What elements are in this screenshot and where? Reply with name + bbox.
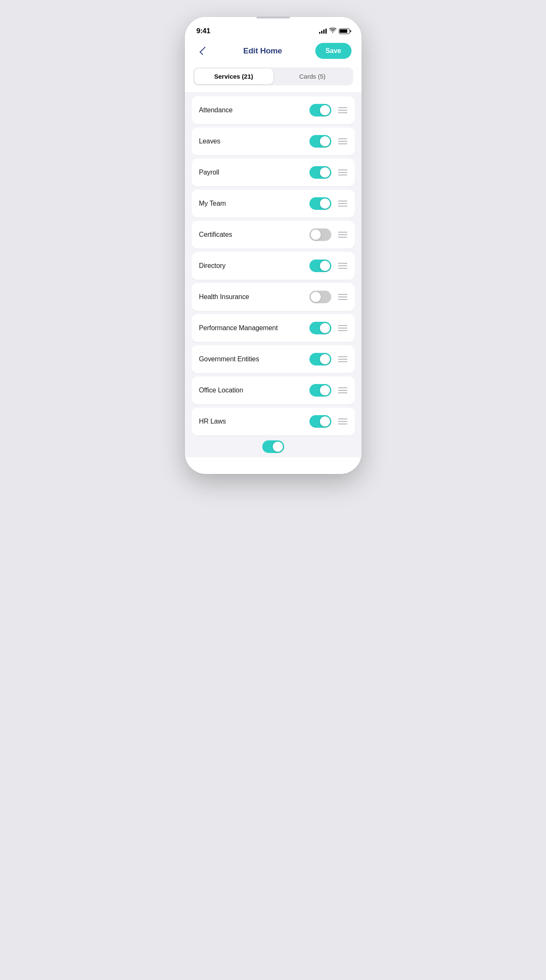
item-label-attendance: Attendance [199,106,309,114]
item-label-leaves: Leaves [199,138,309,145]
drag-handle-payroll[interactable] [338,170,347,175]
list-item-performancemanagement: Performance Management [192,314,355,342]
toggle-knob-directory [320,261,330,271]
item-controls-governmententities [309,353,347,366]
nav-header: Edit Home Save [185,39,362,66]
item-label-payroll: Payroll [199,169,309,176]
list-item-hrlaws: HR Laws [192,408,355,435]
notch-area [185,17,362,21]
drag-handle-officelocation[interactable] [338,387,347,393]
phone-frame: 9:41 Edit [185,17,362,474]
peek-knob [273,442,283,452]
list-item-directory: Directory [192,252,355,280]
notch-pill [256,17,290,19]
list-item-attendance: Attendance [192,96,355,124]
item-controls-officelocation [309,384,347,397]
list-item-officelocation: Office Location [192,376,355,404]
toggle-knob-officelocation [320,385,330,395]
item-label-certificates: Certificates [199,231,309,238]
toggle-knob-governmententities [320,354,330,364]
item-controls-certificates [309,228,347,241]
item-controls-healthinsurance [309,291,347,303]
item-controls-hrlaws [309,415,347,428]
toggle-hrlaws[interactable] [309,415,331,428]
page-title: Edit Home [243,46,282,56]
drag-handle-healthinsurance[interactable] [338,294,347,300]
toggle-directory[interactable] [309,260,331,272]
item-label-myteam: My Team [199,200,309,207]
item-controls-performancemanagement [309,322,347,334]
drag-handle-leaves[interactable] [338,138,347,144]
back-button[interactable] [195,43,210,58]
list-item-leaves: Leaves [192,127,355,155]
toggle-certificates[interactable] [309,228,331,241]
item-controls-leaves [309,135,347,148]
toggle-knob-performancemanagement [320,323,330,333]
status-bar: 9:41 [185,21,362,39]
battery-icon [339,29,350,34]
toggle-knob-myteam [320,199,330,209]
tabs-container: Services (21) Cards (5) [185,66,362,92]
toggle-knob-attendance [320,105,330,115]
item-label-hrlaws: HR Laws [199,418,309,425]
toggle-leaves[interactable] [309,135,331,148]
drag-handle-directory[interactable] [338,263,347,269]
tab-cards[interactable]: Cards (5) [273,69,352,84]
tabs-wrapper: Services (21) Cards (5) [193,67,353,85]
drag-handle-performancemanagement[interactable] [338,325,347,331]
status-icons [319,28,350,34]
drag-handle-certificates[interactable] [338,232,347,238]
drag-handle-governmententities[interactable] [338,356,347,362]
toggle-officelocation[interactable] [309,384,331,397]
list-item-governmententities: Government Entities [192,345,355,373]
bottom-peek [192,439,355,453]
drag-handle-attendance[interactable] [338,107,347,113]
list-item-myteam: My Team [192,190,355,217]
toggle-knob-payroll [320,167,330,177]
toggle-attendance[interactable] [309,104,331,117]
item-label-healthinsurance: Health Insurance [199,293,309,301]
item-label-governmententities: Government Entities [199,355,309,363]
toggle-knob-certificates [311,230,321,240]
wifi-icon [329,28,336,34]
item-label-officelocation: Office Location [199,387,309,394]
toggle-knob-leaves [320,136,330,146]
item-controls-directory [309,260,347,272]
list-item-healthinsurance: Health Insurance [192,283,355,311]
peek-toggle [262,440,284,453]
back-chevron-icon [200,47,208,55]
toggle-performancemanagement[interactable] [309,322,331,334]
item-controls-attendance [309,104,347,117]
list-item-payroll: Payroll [192,159,355,186]
toggle-healthinsurance[interactable] [309,291,331,303]
toggle-knob-hrlaws [320,416,330,426]
status-time: 9:41 [197,27,210,35]
item-label-directory: Directory [199,262,309,270]
signal-icon [319,29,327,34]
drag-handle-hrlaws[interactable] [338,418,347,424]
toggle-payroll[interactable] [309,166,331,179]
toggle-knob-healthinsurance [311,292,321,302]
save-button[interactable]: Save [315,43,351,59]
list-item-certificates: Certificates [192,221,355,249]
drag-handle-myteam[interactable] [338,201,347,207]
services-list: Attendance Leaves [185,92,362,457]
toggle-governmententities[interactable] [309,353,331,366]
tab-services[interactable]: Services (21) [194,69,273,84]
item-controls-payroll [309,166,347,179]
item-controls-myteam [309,197,347,210]
toggle-myteam[interactable] [309,197,331,210]
item-label-performancemanagement: Performance Management [199,324,309,332]
